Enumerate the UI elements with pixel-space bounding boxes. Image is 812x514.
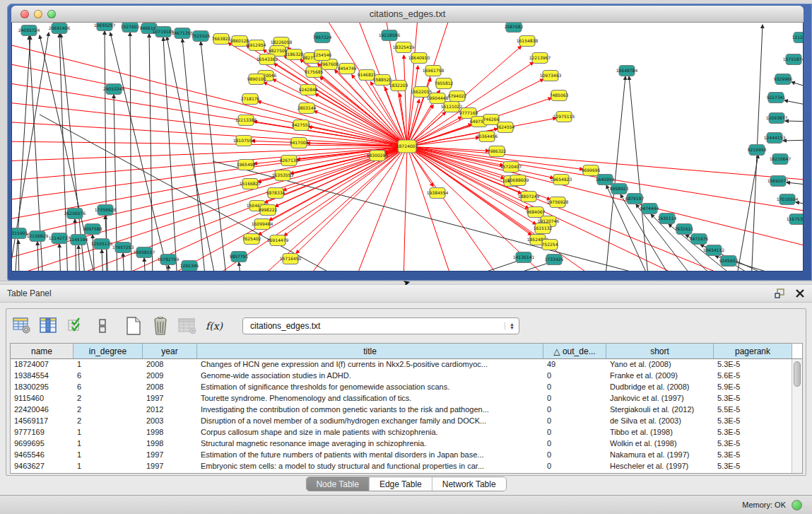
table-row[interactable]: 2242004622012Investigating the contribut… bbox=[11, 404, 802, 416]
graph-node[interactable]: 9227341 bbox=[767, 93, 786, 103]
graph-node[interactable]: 7957224 bbox=[313, 33, 332, 43]
tab-edge-table[interactable]: Edge Table bbox=[370, 477, 433, 491]
table-row[interactable]: 1830029562008Estimation of significance … bbox=[11, 382, 802, 393]
graph-node[interactable]: 11675300 bbox=[787, 214, 804, 225]
graph-node[interactable]: 18107554 bbox=[233, 136, 255, 146]
table-row[interactable]: 969969511998Structural magnetic resonanc… bbox=[11, 438, 802, 450]
graph-node[interactable]: 9998222 bbox=[259, 205, 278, 216]
graph-node[interactable]: 1145194 bbox=[69, 235, 88, 245]
graph-node[interactable]: 19384554 bbox=[427, 188, 449, 199]
graph-node[interactable]: 7955812 bbox=[435, 78, 454, 89]
graph-node[interactable]: 1254546 bbox=[313, 50, 332, 61]
graph-node[interactable]: 9890100 bbox=[247, 74, 266, 85]
delete-table-button[interactable] bbox=[177, 316, 197, 336]
graph-node[interactable]: 16782759 bbox=[158, 255, 180, 265]
table-selector-dropdown[interactable]: citations_edges.txt ▲▼ bbox=[242, 317, 519, 334]
graph-node[interactable]: 1733426 bbox=[545, 255, 564, 265]
column-header-pagerank[interactable]: pagerank bbox=[714, 344, 792, 358]
graph-node[interactable]: 9860128 bbox=[230, 36, 249, 47]
graph-node[interactable]: 17957253 bbox=[112, 243, 134, 253]
graph-node[interactable]: 12444153 bbox=[764, 133, 786, 144]
column-header-name[interactable]: name bbox=[11, 344, 73, 358]
graph-node[interactable]: 18724007 bbox=[396, 140, 418, 153]
column-header-year[interactable]: year bbox=[143, 344, 197, 358]
graph-node[interactable]: 1292346 bbox=[180, 261, 199, 271]
graph-node[interactable]: 20364456 bbox=[476, 132, 498, 142]
new-column-button[interactable] bbox=[124, 316, 143, 336]
vertical-scrollbar[interactable] bbox=[792, 359, 802, 473]
graph-node[interactable]: 2718176 bbox=[241, 94, 260, 105]
graph-node[interactable]: 9417004 bbox=[290, 138, 309, 148]
table-row[interactable]: 1872400712008Changes of HCN gene express… bbox=[11, 359, 802, 370]
network-graph[interactable]: 1872400718325419186409101696175879558121… bbox=[12, 23, 804, 271]
graph-node[interactable]: 18325419 bbox=[393, 42, 415, 53]
graph-node[interactable]: 9097588 bbox=[83, 224, 102, 235]
graph-node[interactable]: 29053346 bbox=[103, 84, 125, 95]
column-header-in-degree[interactable]: in_degree bbox=[73, 344, 143, 358]
graph-node[interactable]: 26206576 bbox=[64, 209, 86, 219]
graph-node[interactable]: 7485063 bbox=[550, 90, 569, 101]
table-row[interactable]: 946554611997Estimation of the future num… bbox=[11, 450, 802, 461]
graph-node[interactable]: 3624554 bbox=[496, 122, 515, 133]
select-columns-button[interactable] bbox=[39, 316, 59, 336]
scrollbar-thumb[interactable] bbox=[794, 361, 801, 387]
graph-node[interactable]: 9857791 bbox=[230, 252, 249, 262]
graph-node[interactable]: 16543362 bbox=[257, 54, 278, 65]
zoom-window-button[interactable] bbox=[47, 10, 56, 18]
graph-node[interactable]: 3315901 bbox=[12, 228, 28, 239]
graph-node[interactable]: 7632621 bbox=[675, 224, 694, 235]
graph-node[interactable]: 17359928 bbox=[95, 205, 117, 216]
graph-node[interactable]: 10655257 bbox=[94, 23, 116, 31]
graph-node[interactable]: 9474444 bbox=[640, 204, 659, 214]
float-panel-icon[interactable] bbox=[774, 288, 785, 299]
graph-node[interactable]: 2087682 bbox=[505, 23, 524, 33]
graph-node[interactable]: 12975115 bbox=[553, 112, 575, 122]
graph-node[interactable]: 19218586 bbox=[379, 30, 401, 41]
graph-node[interactable]: 746266 bbox=[483, 115, 500, 125]
table-row[interactable]: 1938455462009Genome-wide association stu… bbox=[11, 370, 802, 382]
graph-node[interactable]: 16099484 bbox=[252, 219, 273, 230]
graph-node[interactable]: 18300295 bbox=[367, 151, 389, 161]
graph-node[interactable]: 8215958 bbox=[748, 145, 767, 156]
graph-node[interactable]: 1965498 bbox=[237, 160, 256, 170]
close-panel-icon[interactable] bbox=[795, 288, 805, 298]
graph-node[interactable]: 5912954 bbox=[247, 40, 266, 51]
graph-node[interactable]: 7515526 bbox=[192, 31, 211, 42]
graph-node[interactable]: 16648784 bbox=[616, 66, 638, 76]
graph-node[interactable]: 5878334 bbox=[266, 188, 286, 199]
graph-node[interactable]: 8267130 bbox=[280, 156, 299, 166]
table-row[interactable]: 977716911998Corpus callosum shape and si… bbox=[11, 427, 802, 438]
graph-node[interactable]: 16958107 bbox=[134, 247, 155, 258]
table-row[interactable]: 946362711997Embryonic stem cells: a mode… bbox=[11, 461, 802, 472]
graph-node[interactable]: 16961758 bbox=[423, 66, 445, 76]
graph-node[interactable]: 9699695 bbox=[582, 165, 601, 176]
window-titlebar[interactable]: citations_edges.txt bbox=[11, 6, 804, 23]
column-header-short[interactable]: short bbox=[606, 344, 714, 358]
graph-node[interactable]: 10973493 bbox=[540, 71, 562, 81]
graph-node[interactable]: 14136141 bbox=[513, 252, 535, 263]
select-all-button[interactable] bbox=[66, 316, 86, 336]
graph-node[interactable]: 8471676 bbox=[690, 234, 709, 245]
row-height-button[interactable] bbox=[93, 316, 112, 336]
graph-node[interactable]: 12213386 bbox=[235, 115, 257, 126]
graph-node[interactable]: 7663822 bbox=[212, 34, 231, 45]
column-header-out-de-[interactable]: △ out_de... bbox=[543, 344, 606, 358]
graph-node[interactable]: 9242848 bbox=[299, 85, 318, 95]
graph-node[interactable]: 15720407 bbox=[500, 162, 522, 173]
table-row[interactable]: 1456911722003Disruption of a novel membe… bbox=[11, 416, 802, 427]
table-row[interactable]: 911546021997Tourette syndrome. Phenomeno… bbox=[11, 393, 802, 404]
graph-node[interactable]: 1832203 bbox=[389, 81, 408, 91]
graph-node[interactable]: 20691406 bbox=[49, 23, 71, 34]
graph-node[interactable]: 24055724 bbox=[18, 25, 40, 36]
graph-node[interactable]: 16210647 bbox=[770, 154, 792, 165]
graph-node[interactable]: 16353553 bbox=[272, 170, 294, 181]
network-canvas[interactable]: 1872400718325419186409101696175879558121… bbox=[11, 23, 804, 271]
graph-node[interactable]: 16914479 bbox=[267, 235, 289, 246]
graph-node[interactable]: 8186328 bbox=[285, 49, 304, 60]
graph-node[interactable]: 15692071 bbox=[767, 176, 789, 187]
graph-node[interactable]: 1615132 bbox=[534, 223, 553, 234]
minimize-window-button[interactable] bbox=[34, 10, 42, 18]
tab-network-table[interactable]: Network Table bbox=[433, 477, 506, 491]
graph-node[interactable]: 7986322 bbox=[488, 146, 507, 157]
graph-node[interactable]: 1112177 bbox=[792, 33, 804, 43]
